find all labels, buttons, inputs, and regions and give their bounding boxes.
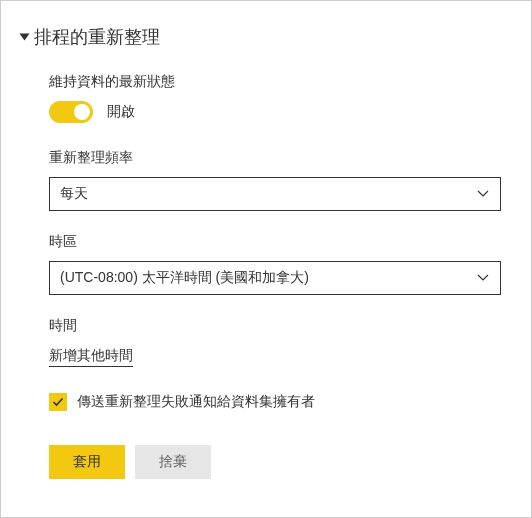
button-row: 套用 捨棄 [49,445,501,479]
frequency-group: 重新整理頻率 每天 [49,149,501,211]
notify-row: 傳送重新整理失敗通知給資料集擁有者 [49,393,501,411]
timezone-label: 時區 [49,233,501,251]
timezone-value: (UTC-08:00) 太平洋時間 (美國和加拿大) [60,269,309,287]
section-content: 維持資料的最新狀態 開啟 重新整理頻率 每天 時區 (UTC-08:00) 太平… [21,73,511,479]
section-header[interactable]: 排程的重新整理 [21,25,511,49]
toggle-knob [74,104,90,120]
add-time-link[interactable]: 新增其他時間 [49,347,133,367]
keep-updated-toggle[interactable] [49,101,93,123]
schedule-refresh-panel: 排程的重新整理 維持資料的最新狀態 開啟 重新整理頻率 每天 時區 (UTC-0… [0,0,532,518]
chevron-down-icon [476,187,490,201]
timezone-select[interactable]: (UTC-08:00) 太平洋時間 (美國和加拿大) [49,261,501,295]
caret-down-icon [20,34,30,41]
frequency-value: 每天 [60,185,88,203]
apply-button[interactable]: 套用 [49,445,125,479]
frequency-label: 重新整理頻率 [49,149,501,167]
check-icon [52,396,64,408]
chevron-down-icon [476,271,490,285]
keep-updated-label: 維持資料的最新狀態 [49,73,501,91]
keep-updated-row: 開啟 [49,101,501,123]
toggle-state-label: 開啟 [107,103,135,121]
timezone-group: 時區 (UTC-08:00) 太平洋時間 (美國和加拿大) [49,233,501,295]
discard-button[interactable]: 捨棄 [135,445,211,479]
time-label: 時間 [49,317,501,335]
frequency-select[interactable]: 每天 [49,177,501,211]
notify-checkbox[interactable] [49,393,67,411]
section-title: 排程的重新整理 [34,25,160,49]
time-group: 時間 新增其他時間 [49,317,501,367]
notify-label: 傳送重新整理失敗通知給資料集擁有者 [77,393,315,411]
